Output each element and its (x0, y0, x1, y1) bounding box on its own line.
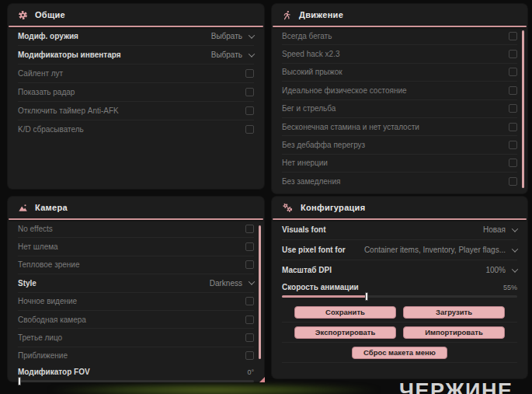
kd-resetter-checkbox[interactable] (245, 125, 254, 134)
animation-speed-label: Скорость анимации (282, 283, 359, 291)
image-icon (18, 203, 28, 213)
third-person-checkbox[interactable] (245, 333, 254, 342)
row-thermal-vision[interactable]: Тепловое зрение (18, 256, 254, 274)
save-button[interactable]: Сохранить (294, 306, 396, 319)
row-no-effects[interactable]: No effects (18, 220, 254, 238)
dpi-scale-select[interactable]: 100% (485, 266, 517, 274)
row-label: Модиф. оружия (18, 32, 78, 40)
visuals-font-select[interactable]: Новая (483, 225, 517, 234)
weapon-mod-select[interactable]: Выбрать (211, 32, 254, 40)
no-slowdown-checkbox[interactable] (509, 177, 517, 186)
runner-icon (282, 10, 292, 20)
row-no-overload-debuff[interactable]: Без дебаффа перегруз (282, 136, 517, 154)
import-button[interactable]: Импортировать (403, 326, 505, 339)
panel-title: Конфигурация (301, 203, 365, 212)
animation-speed-block: Скорость анимации 55% (272, 280, 527, 298)
row-show-radar[interactable]: Показать радар (18, 83, 254, 102)
chevron-down-icon (249, 51, 255, 57)
panel-title: Общие (35, 10, 65, 19)
infinite-stamina-checkbox[interactable] (509, 123, 517, 131)
gear-icon (18, 10, 28, 20)
panel-camera-header[interactable]: Камера (8, 197, 264, 218)
fov-slider[interactable] (18, 380, 254, 382)
reset-menu-layout-button[interactable]: Сброс макета меню (352, 347, 447, 359)
double-gear-icon (282, 203, 294, 213)
show-radar-checkbox[interactable] (245, 88, 254, 96)
row-label: K/D сбрасыватель (18, 125, 84, 134)
row-label: Свободная камера (18, 316, 86, 324)
panel-movement: Движение Всегда бегать Speed hack x2.3 В… (272, 4, 527, 194)
row-label: Нет шлема (18, 242, 58, 251)
row-style: Style Darkness (18, 274, 254, 292)
high-jump-checkbox[interactable] (509, 68, 517, 76)
zoom-checkbox[interactable] (245, 351, 254, 360)
row-label: Без замедления (282, 177, 340, 186)
animation-speed-fill (282, 295, 367, 298)
no-inertia-checkbox[interactable] (509, 159, 517, 167)
row-kd-resetter[interactable]: K/D сбрасыватель (18, 120, 254, 138)
animation-speed-thumb[interactable] (365, 292, 368, 301)
movement-scrollbar[interactable] (522, 30, 524, 188)
animation-speed-value: 55% (503, 284, 517, 291)
row-label: Масштаб DPI (282, 266, 332, 274)
panel-title: Камера (35, 203, 68, 212)
row-night-vision[interactable]: Ночное видение (18, 293, 254, 311)
panel-movement-header[interactable]: Движение (272, 4, 527, 26)
row-label: Use pixel font for (282, 246, 346, 254)
style-select[interactable]: Darkness (210, 279, 254, 288)
row-run-and-shoot[interactable]: Бег и стрельба (282, 100, 517, 118)
thermal-vision-checkbox[interactable] (245, 260, 254, 269)
inventory-mods-select[interactable]: Выбрать (211, 51, 254, 59)
night-vision-checkbox[interactable] (245, 297, 254, 305)
row-free-camera[interactable]: Свободная камера (18, 311, 254, 329)
row-infinite-stamina[interactable]: Бесконечная стамина и нет усталости (282, 118, 517, 136)
row-label: Speed hack x2.3 (282, 50, 340, 58)
row-label: Тепловое зрение (18, 260, 80, 269)
chevron-down-icon (249, 32, 255, 38)
fov-modifier-block: Модификатор FOV 0° (8, 364, 264, 382)
row-no-inertia[interactable]: Нет инерции (282, 155, 517, 173)
no-effects-checkbox[interactable] (245, 225, 254, 233)
row-label: Style (18, 279, 37, 288)
row-silent-loot[interactable]: Сайлент лут (18, 65, 254, 83)
fov-slider-thumb[interactable] (18, 377, 21, 385)
row-always-run[interactable]: Всегда бегать (282, 27, 517, 45)
row-third-person[interactable]: Третье лицо (18, 329, 254, 347)
row-high-jump[interactable]: Высокий прыжок (282, 64, 517, 82)
row-dpi-scale: Масштаб DPI 100% (282, 260, 517, 280)
perfect-condition-checkbox[interactable] (509, 86, 517, 95)
panel-resize-grip[interactable] (259, 377, 265, 382)
speed-hack-checkbox[interactable] (509, 50, 517, 58)
row-label: Показать радар (18, 88, 75, 96)
animation-speed-slider[interactable] (282, 295, 517, 298)
row-zoom[interactable]: Приближение (18, 347, 254, 364)
row-speed-hack[interactable]: Speed hack x2.3 (282, 45, 517, 63)
no-helmet-checkbox[interactable] (245, 242, 254, 251)
anti-afk-checkbox[interactable] (245, 106, 254, 115)
row-anti-afk-timer[interactable]: Отключить таймер Anti-AFK (18, 102, 254, 120)
chevron-down-icon (249, 279, 255, 285)
panel-general-header[interactable]: Общие (8, 4, 264, 26)
load-button[interactable]: Загрузить (403, 306, 505, 319)
row-label: Бег и стрельба (282, 104, 336, 113)
panel-config-header[interactable]: Конфигурация (272, 197, 527, 218)
mod-menu-overlay: Общие Модиф. оружия Выбрать Модификаторы… (0, 0, 532, 394)
row-label: Нет инерции (282, 159, 328, 167)
always-run-checkbox[interactable] (509, 32, 517, 40)
panel-title: Движение (299, 10, 343, 19)
pixel-font-select[interactable]: Container items, Inventory, Player flags… (364, 246, 517, 254)
watermark-text: ЧЕРЖИНЕ (399, 379, 513, 394)
free-camera-checkbox[interactable] (245, 316, 254, 324)
row-no-slowdown[interactable]: Без замедления (282, 173, 517, 190)
row-label: Бесконечная стамина и нет усталости (282, 123, 419, 131)
no-overload-debuff-checkbox[interactable] (509, 141, 517, 149)
silent-loot-checkbox[interactable] (245, 69, 254, 78)
fov-modifier-label: Модификатор FOV (18, 368, 90, 376)
export-button[interactable]: Экспортировать (294, 326, 396, 339)
row-label: Третье лицо (18, 333, 62, 342)
row-no-helmet[interactable]: Нет шлема (18, 238, 254, 256)
row-perfect-condition[interactable]: Идеальное физическое состояние (282, 82, 517, 99)
run-and-shoot-checkbox[interactable] (509, 104, 517, 113)
row-label: Высокий прыжок (282, 68, 342, 76)
camera-scrollbar[interactable] (259, 225, 261, 359)
